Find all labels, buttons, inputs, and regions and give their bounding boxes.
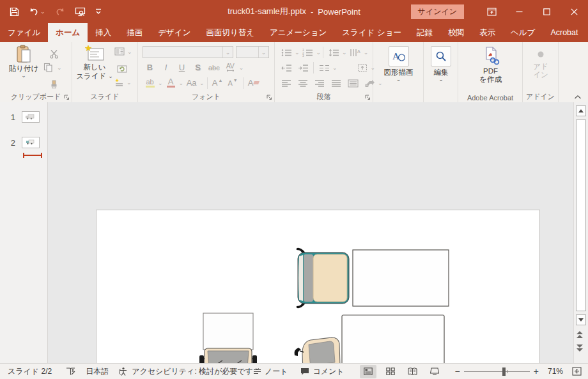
slide-1-thumbnail[interactable] bbox=[22, 111, 40, 123]
zoom-in-button[interactable]: + bbox=[534, 366, 539, 376]
tab-insert[interactable]: 挿入 bbox=[88, 23, 119, 42]
font-color-caret-icon[interactable]: ⌄ bbox=[179, 81, 184, 86]
paragraph-dialog-launcher-icon[interactable] bbox=[365, 95, 371, 100]
tab-help[interactable]: ヘルプ bbox=[503, 23, 543, 42]
addins-button[interactable]: アド イン bbox=[523, 46, 559, 79]
spacing-caret-icon[interactable]: ⌄ bbox=[239, 65, 244, 70]
notes-button[interactable]: ノート bbox=[253, 366, 288, 377]
decrease-font-size-button[interactable]: A▼ bbox=[226, 77, 240, 89]
thumbnail-slide-1[interactable]: 1 bbox=[9, 111, 47, 123]
font-size-caret-icon[interactable]: ⌄ bbox=[258, 47, 268, 58]
tab-acrobat[interactable]: Acrobat bbox=[543, 23, 585, 42]
thumbnail-slide-2[interactable]: 2 bbox=[9, 137, 47, 148]
new-slide-button[interactable]: 新しい スライド⌄ bbox=[76, 45, 113, 81]
zoom-level[interactable]: 71% bbox=[548, 367, 563, 376]
tab-file[interactable]: ファイル bbox=[0, 23, 48, 42]
align-center-button[interactable] bbox=[295, 77, 311, 89]
slide-layout-button[interactable]: ⌄ bbox=[114, 47, 132, 56]
language-indicator[interactable]: 日本語 bbox=[86, 366, 109, 377]
fit-slide-to-window-button[interactable] bbox=[572, 367, 582, 376]
tab-design[interactable]: デザイン bbox=[150, 23, 198, 42]
collapse-ribbon-icon[interactable] bbox=[574, 95, 582, 100]
tab-slideshow[interactable]: スライド ショー bbox=[334, 23, 409, 42]
align-right-button[interactable] bbox=[311, 77, 328, 89]
slide-canvas[interactable] bbox=[96, 210, 540, 379]
save-icon[interactable] bbox=[10, 7, 19, 17]
start-slideshow-icon[interactable] bbox=[75, 7, 86, 17]
bold-button[interactable]: B bbox=[143, 61, 157, 73]
scroll-down-button[interactable] bbox=[576, 314, 586, 325]
comments-button[interactable]: コメント bbox=[300, 366, 344, 377]
font-size-combobox[interactable]: ⌄ bbox=[236, 46, 269, 58]
increase-font-size-button[interactable]: A▲ bbox=[210, 77, 225, 89]
text-direction-button[interactable]: A bbox=[347, 47, 364, 58]
decrease-indent-button[interactable] bbox=[278, 62, 295, 73]
underline-button[interactable]: U bbox=[174, 61, 189, 73]
help-assistant[interactable]: 操作アシ bbox=[586, 23, 588, 42]
numbering-button[interactable]: 123 bbox=[300, 47, 316, 58]
previous-slide-button[interactable] bbox=[576, 331, 583, 339]
create-pdf-button[interactable]: PDF を作成 bbox=[458, 46, 523, 84]
align-text-button[interactable] bbox=[354, 62, 371, 73]
zoom-slider-knob[interactable] bbox=[502, 367, 506, 376]
clipboard-dialog-launcher-icon[interactable] bbox=[64, 95, 70, 100]
section-button[interactable]: ⌄ bbox=[114, 78, 132, 87]
normal-view-button[interactable] bbox=[360, 365, 377, 378]
character-spacing-button[interactable]: AV bbox=[223, 61, 238, 73]
tab-view[interactable]: 表示 bbox=[472, 23, 503, 42]
align-left-button[interactable] bbox=[278, 77, 295, 89]
increase-indent-button[interactable] bbox=[295, 62, 311, 73]
tab-record[interactable]: 記録 bbox=[409, 23, 440, 42]
signin-button[interactable]: サインイン bbox=[411, 4, 464, 19]
undo-button[interactable]: ⌄ bbox=[29, 7, 45, 16]
highlight-color-button[interactable]: ab bbox=[143, 77, 157, 89]
columns-button[interactable] bbox=[316, 62, 332, 73]
editing-button[interactable]: 編集 ⌄ bbox=[424, 46, 458, 82]
truck-top-view[interactable] bbox=[290, 245, 451, 311]
accessibility-checker[interactable]: アクセシビリティ: 検討が必要です bbox=[119, 366, 253, 377]
ribbon-display-options-icon[interactable] bbox=[478, 0, 506, 23]
zoom-out-button[interactable]: − bbox=[455, 366, 460, 376]
text-direction-caret-icon[interactable]: ⌄ bbox=[364, 50, 369, 55]
tab-draw[interactable]: 描画 bbox=[119, 23, 150, 42]
slideshow-view-button[interactable] bbox=[426, 365, 444, 378]
italic-button[interactable]: I bbox=[159, 61, 173, 73]
format-painter-button[interactable] bbox=[46, 78, 61, 91]
undo-caret-icon[interactable]: ⌄ bbox=[40, 9, 45, 14]
customize-qat-icon[interactable] bbox=[95, 8, 102, 15]
change-case-button[interactable]: Aa bbox=[184, 77, 199, 89]
justify-button[interactable] bbox=[328, 77, 344, 89]
reset-slide-button[interactable] bbox=[114, 63, 130, 75]
tab-animations[interactable]: アニメーション bbox=[262, 23, 334, 42]
scroll-up-button[interactable] bbox=[576, 105, 586, 116]
font-dialog-launcher-icon[interactable] bbox=[267, 95, 272, 100]
maximize-button[interactable] bbox=[533, 0, 561, 23]
line-spacing-button[interactable] bbox=[325, 47, 342, 58]
highlight-caret-icon[interactable]: ⌄ bbox=[158, 81, 163, 86]
slide-indicator[interactable]: スライド 2/2 bbox=[8, 366, 52, 377]
bullets-button[interactable] bbox=[278, 47, 295, 58]
spell-check-icon[interactable] bbox=[66, 367, 75, 376]
line-spacing-caret-icon[interactable]: ⌄ bbox=[342, 50, 347, 55]
change-case-caret-icon[interactable]: ⌄ bbox=[199, 81, 205, 86]
scrollbar-thumb[interactable] bbox=[576, 120, 586, 311]
cut-button[interactable] bbox=[46, 47, 61, 60]
clear-formatting-button[interactable]: A bbox=[246, 77, 261, 89]
font-color-button[interactable]: A bbox=[164, 77, 178, 89]
numbering-caret-icon[interactable]: ⌄ bbox=[316, 50, 321, 55]
strikethrough-button[interactable]: abc bbox=[206, 61, 222, 73]
tab-transitions[interactable]: 画面切り替え bbox=[198, 23, 262, 42]
tab-home[interactable]: ホーム bbox=[48, 23, 88, 42]
text-shadow-button[interactable]: S bbox=[190, 61, 205, 73]
close-button[interactable] bbox=[561, 0, 588, 23]
minimize-button[interactable] bbox=[506, 0, 533, 23]
slide-2-thumbnail[interactable] bbox=[22, 137, 40, 148]
next-slide-button[interactable] bbox=[576, 344, 583, 352]
bullets-caret-icon[interactable]: ⌄ bbox=[295, 50, 300, 55]
distribute-text-button[interactable] bbox=[344, 77, 361, 89]
drawing-button[interactable]: A 図形描画 ⌄ bbox=[373, 46, 424, 82]
zoom-slider-track[interactable] bbox=[464, 371, 530, 372]
reading-view-button[interactable] bbox=[404, 365, 421, 378]
font-name-combobox[interactable]: ⌄ bbox=[143, 46, 233, 58]
font-name-caret-icon[interactable]: ⌄ bbox=[222, 47, 233, 58]
